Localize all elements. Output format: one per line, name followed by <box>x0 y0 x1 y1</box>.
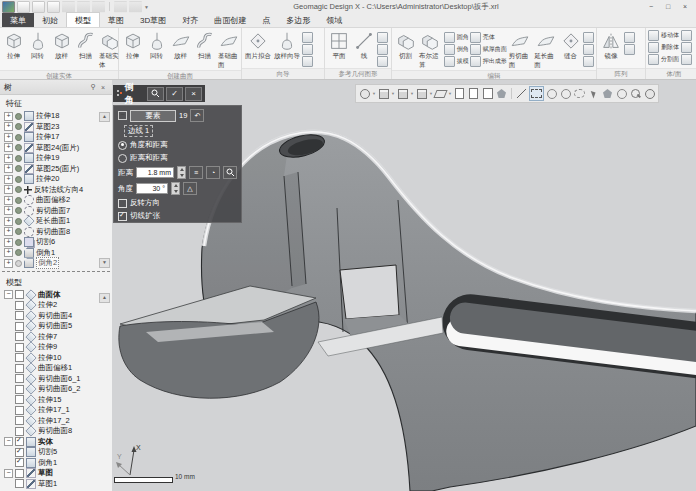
undo-selection-button[interactable]: ↶ <box>190 109 204 122</box>
distance-stepper[interactable] <box>177 166 186 179</box>
polygon-select-icon[interactable] <box>601 87 614 100</box>
visibility-checkbox[interactable] <box>15 311 24 320</box>
panel-close-icon[interactable]: × <box>98 82 108 92</box>
tab-initial[interactable]: 初始 <box>34 13 66 27</box>
loft-surface-button[interactable]: 放样 <box>169 30 192 61</box>
model-tree-item[interactable]: 剪切曲面5 <box>0 321 112 332</box>
feature-tree-item[interactable]: 草图25(面片) <box>0 164 112 175</box>
model-tree-item[interactable]: 拉伸17_2 <box>0 416 112 427</box>
redo-icon[interactable] <box>129 1 142 13</box>
trim-surface-button[interactable]: 剪切曲面 <box>508 30 533 70</box>
edit-extra-icon-2[interactable] <box>583 44 594 55</box>
tab-align[interactable]: 对齐 <box>174 13 206 27</box>
model-tree-item[interactable]: 拉伸2 <box>0 300 112 311</box>
preview-button[interactable] <box>147 87 164 101</box>
point-icon[interactable] <box>377 32 388 43</box>
expander-icon[interactable] <box>4 259 13 268</box>
visibility-checkbox[interactable] <box>15 458 24 467</box>
measure-icon[interactable]: ≡ <box>189 166 203 179</box>
report-icon[interactable] <box>467 87 480 100</box>
sphere-view-icon[interactable] <box>358 87 371 100</box>
tab-sketch[interactable]: 草图 <box>100 13 132 27</box>
model-tree-item[interactable]: 拉伸17_1 <box>0 405 112 416</box>
rollback-bar[interactable] <box>2 271 110 272</box>
revolve-surface-button[interactable]: 回转 <box>145 30 168 61</box>
feature-tree-item[interactable]: 拉伸17 <box>0 132 112 143</box>
undo-icon[interactable] <box>114 1 127 13</box>
expander-icon[interactable] <box>4 175 13 184</box>
angle-icon[interactable]: △ <box>183 182 197 195</box>
minimize-button[interactable]: − <box>643 2 659 12</box>
linear-pattern-icon[interactable] <box>624 32 635 43</box>
expander-icon[interactable] <box>4 227 13 236</box>
radio-distance-distance[interactable]: 距离和距离 <box>118 153 237 163</box>
tab-menu[interactable]: 菜单 <box>2 13 34 27</box>
spray-icon[interactable] <box>495 87 508 100</box>
visibility-checkbox[interactable] <box>15 385 24 394</box>
thicken-button[interactable]: 赋厚曲面 <box>470 44 507 55</box>
visibility-checkbox[interactable] <box>15 416 24 425</box>
maximize-button[interactable]: □ <box>660 2 676 12</box>
feature-tree-item[interactable]: 草图23 <box>0 122 112 133</box>
collapse-icon[interactable] <box>4 437 13 446</box>
shaded-view-icon[interactable] <box>396 87 409 100</box>
revolve-solid-button[interactable]: 回转 <box>26 30 49 61</box>
visibility-checkbox[interactable] <box>15 343 24 352</box>
feature-tree-item[interactable]: 拉伸18 <box>0 111 112 122</box>
visibility-checkbox[interactable] <box>15 406 24 415</box>
radio-angle-distance[interactable]: 角度和距离 <box>118 140 237 150</box>
tab-3dsketch[interactable]: 3D草图 <box>132 13 174 27</box>
paste-icon[interactable] <box>92 1 105 13</box>
visibility-checkbox[interactable] <box>15 301 24 310</box>
mesh-fit-button[interactable]: 面片拟合 <box>244 30 272 61</box>
chamfer-dialog-header[interactable]: 倒角 ✓ × <box>113 85 205 102</box>
model-tree-item[interactable]: 曲面偏移1 <box>0 363 112 374</box>
feature-tree-item[interactable]: 草图24(面片) <box>0 143 112 154</box>
model-tree-item[interactable]: 拉伸10 <box>0 353 112 364</box>
pin-icon[interactable]: ⚲ <box>88 82 98 92</box>
plane-view-icon[interactable] <box>434 87 447 100</box>
sweep-solid-button[interactable]: 扫描 <box>74 30 97 61</box>
drag-handle-icon[interactable] <box>116 89 122 98</box>
model-tree-item[interactable]: 草图1 <box>0 479 112 490</box>
scroll-down-icon[interactable]: ▼ <box>99 258 110 268</box>
expander-icon[interactable] <box>4 196 13 205</box>
primitive-surface-button[interactable]: 基础曲面 <box>217 30 240 70</box>
shell-button[interactable]: 壳体 <box>470 32 507 43</box>
expander-icon[interactable] <box>4 143 13 152</box>
scroll-up-icon[interactable]: ▲ <box>99 293 110 303</box>
edit-extra-icon-3[interactable] <box>583 56 594 67</box>
tab-points[interactable]: 点 <box>254 13 278 27</box>
sphere-select-icon[interactable] <box>643 87 656 100</box>
feature-tree-item[interactable]: 反转法线方向4 <box>0 185 112 196</box>
open-file-icon[interactable] <box>32 1 45 13</box>
line-select-icon[interactable] <box>515 87 528 100</box>
wireframe-view-icon[interactable] <box>415 87 428 100</box>
model-tree-item[interactable]: 剪切曲面4 <box>0 311 112 322</box>
expander-icon[interactable] <box>4 164 13 173</box>
note-icon[interactable] <box>453 87 466 100</box>
line-button[interactable]: 线 <box>352 30 376 61</box>
mirror-button[interactable]: 镜像 <box>599 30 623 61</box>
model-tree-item[interactable]: 拉伸7 <box>0 332 112 343</box>
rectangle-select-icon[interactable] <box>529 86 544 101</box>
loft-wizard-button[interactable]: 放样向导 <box>273 30 301 61</box>
model-tree-item[interactable]: 拉伸15 <box>0 395 112 406</box>
wizard-extra-icon-3[interactable] <box>302 56 313 67</box>
distance-input[interactable]: 1.8 mm <box>136 167 174 178</box>
section-collapse-icon[interactable] <box>118 111 127 120</box>
tab-polygon[interactable]: 多边形 <box>278 13 318 27</box>
ellipse-select-icon[interactable] <box>559 87 572 100</box>
collapse-icon[interactable] <box>4 290 13 299</box>
visibility-checkbox[interactable] <box>15 427 24 436</box>
circular-pattern-icon[interactable] <box>624 44 635 55</box>
visibility-checkbox[interactable] <box>15 290 24 299</box>
plane-button[interactable]: 平面 <box>327 30 351 61</box>
tab-region[interactable]: 领域 <box>318 13 350 27</box>
expander-icon[interactable] <box>4 206 13 215</box>
lasso-select-icon[interactable] <box>573 87 586 100</box>
expander-icon[interactable] <box>4 154 13 163</box>
model-tree-item[interactable]: 草图 <box>0 468 112 479</box>
save-file-icon[interactable] <box>47 1 60 13</box>
visibility-checkbox[interactable] <box>15 332 24 341</box>
